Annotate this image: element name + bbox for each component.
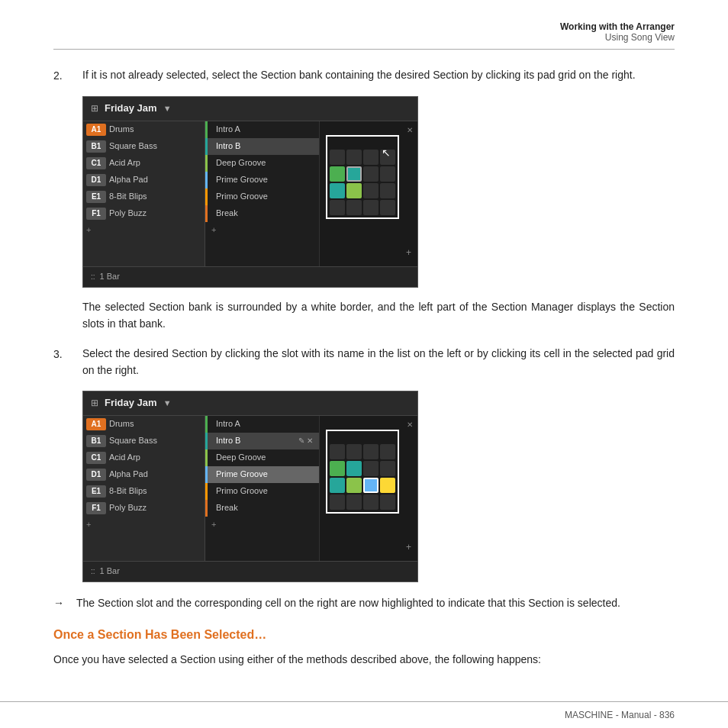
section-prime-groove-1[interactable]: Prime Groove	[205, 172, 319, 188]
pad-plus-1[interactable]: +	[406, 246, 411, 260]
pad2-4-2[interactable]	[346, 494, 362, 510]
track-row-f1-2: F1 Poly Buzz	[83, 500, 205, 517]
add-section-1[interactable]: +	[205, 222, 319, 239]
page-container: Working with the Arranger Using Song Vie…	[0, 0, 728, 728]
arrow-symbol: →	[53, 594, 69, 611]
pad-4-4[interactable]	[380, 200, 395, 215]
pad2-3-2[interactable]	[346, 478, 362, 493]
pad-2-3[interactable]	[363, 166, 378, 182]
track-label-b1-1: B1	[86, 140, 106, 153]
step-2-text: If it is not already selected, select th…	[82, 66, 675, 84]
pad2-1-3[interactable]	[363, 444, 378, 459]
pad2-3-3[interactable]	[363, 478, 378, 493]
track-row-d1-2: D1 Alpha Pad	[83, 466, 205, 483]
track-name-d1-1: Alpha Pad	[109, 173, 148, 187]
pad2-3-4[interactable]	[380, 478, 395, 493]
track-row-a1-2: A1 Drums	[83, 416, 205, 433]
track-name-c1-2: Acid Arp	[109, 451, 140, 465]
body-text: Once you have selected a Section using e…	[53, 651, 675, 668]
section-intro-b-1[interactable]: Intro B	[205, 138, 319, 155]
track-label-d1-1: D1	[86, 174, 106, 186]
pad-1-1[interactable]	[330, 150, 345, 165]
pad-2-4[interactable]	[380, 166, 395, 182]
bottom-text-2: 1 Bar	[100, 565, 120, 578]
screenshot-1: ⊞ Friday Jam ▼ A1 Drums B1 Square Ba	[82, 96, 418, 287]
cursor-1: ↖	[382, 144, 391, 161]
section-name-break-1: Break	[211, 207, 238, 221]
pad-2-2[interactable]	[346, 166, 362, 182]
pad2-2-2[interactable]	[346, 461, 362, 476]
section-prime-groove-2[interactable]: Prime Groove	[205, 466, 319, 483]
track-name-b1-1: Square Bass	[109, 140, 157, 153]
track-label-c1-2: C1	[86, 452, 106, 464]
section-name-prime-groove-2: Prime Groove	[211, 468, 268, 482]
section-deep-groove-1[interactable]: Deep Groove	[205, 155, 319, 172]
track-row-e1-1: E1 8-Bit Blips	[83, 188, 205, 205]
step-3-text: Select the desired Section by clicking t…	[82, 345, 675, 379]
bottom-grid-icon-1: ::	[91, 271, 95, 283]
pad-close-2[interactable]: ✕	[407, 419, 413, 431]
section-break-2[interactable]: Break	[205, 500, 319, 517]
pad-3-1[interactable]	[330, 183, 345, 198]
add-track-2[interactable]: +	[83, 517, 205, 533]
pad-4-2[interactable]	[346, 200, 362, 215]
add-track-1[interactable]: +	[83, 222, 205, 239]
caption-1: The selected Section bank is surrounded …	[82, 298, 675, 333]
pad2-1-2[interactable]	[346, 444, 362, 459]
track-label-b1-2: B1	[86, 435, 106, 447]
pad2-4-3[interactable]	[363, 494, 378, 510]
pad2-4-1[interactable]	[330, 494, 345, 510]
header-subtitle: Using Song View	[53, 32, 675, 43]
track-name-d1-2: Alpha Pad	[109, 468, 148, 482]
track-row-c1-2: C1 Acid Arp	[83, 449, 205, 466]
pad-1-3[interactable]	[363, 150, 378, 165]
track-name-f1-1: Poly Buzz	[109, 207, 147, 221]
section-color-bar-2e	[205, 483, 208, 500]
pad-2-1[interactable]	[330, 166, 345, 182]
track-name-f1-2: Poly Buzz	[109, 501, 147, 515]
section-primo-groove-2[interactable]: Primo Groove	[205, 483, 319, 500]
pad-3-3[interactable]	[363, 183, 378, 198]
track-name-b1-2: Square Bass	[109, 434, 157, 448]
section-primo-groove-1[interactable]: Primo Groove	[205, 188, 319, 205]
pad-1-2[interactable]	[346, 150, 362, 165]
section-deep-groove-2[interactable]: Deep Groove	[205, 449, 319, 466]
track-row-c1-1: C1 Acid Arp	[83, 155, 205, 172]
pad2-4-4[interactable]	[380, 494, 395, 510]
section-name-primo-groove-2: Primo Groove	[211, 485, 268, 498]
pad-3-2[interactable]	[346, 183, 362, 198]
track-row-d1-1: D1 Alpha Pad	[83, 172, 205, 188]
pad2-2-4[interactable]	[380, 461, 395, 476]
footer-text: MASCHINE - Manual - 836	[565, 710, 675, 720]
section-color-bar-1c	[205, 155, 208, 172]
section-intro-b-2[interactable]: Intro B ✎ ✕	[205, 433, 319, 449]
track-label-e1-2: E1	[86, 485, 106, 498]
pad-3-4[interactable]	[380, 183, 395, 198]
pad2-3-1[interactable]	[330, 478, 345, 493]
section-break-1[interactable]: Break	[205, 205, 319, 222]
ui-bottom-bar-1: :: 1 Bar	[83, 266, 417, 287]
pad2-2-3[interactable]	[363, 461, 378, 476]
pad-4-1[interactable]	[330, 200, 345, 215]
pad2-1-1[interactable]	[330, 444, 345, 459]
step-3-num: 3.	[53, 345, 72, 379]
arrow-note: → The Section slot and the corresponding…	[53, 594, 675, 611]
grid-icon-2: ⊞	[91, 396, 98, 411]
track-row-f1-1: F1 Poly Buzz	[83, 205, 205, 222]
bottom-text-1: 1 Bar	[100, 270, 120, 284]
section-intro-a-2[interactable]: Intro A	[205, 416, 319, 433]
track-row-b1-1: B1 Square Bass	[83, 138, 205, 155]
section-name-deep-groove-2: Deep Groove	[211, 451, 266, 465]
track-label-f1-1: F1	[86, 208, 106, 220]
pad-plus-2[interactable]: +	[406, 540, 411, 555]
section-intro-a-1[interactable]: Intro A	[205, 121, 319, 138]
pad2-2-1[interactable]	[330, 461, 345, 476]
pad-close-1[interactable]: ✕	[407, 124, 413, 137]
section-color-bar-2b	[205, 433, 208, 449]
section-name-prime-groove-1: Prime Groove	[211, 173, 268, 187]
header-title: Working with the Arranger	[53, 21, 675, 32]
add-section-2[interactable]: +	[205, 517, 319, 533]
pad2-1-4[interactable]	[380, 444, 395, 459]
pad-4-3[interactable]	[363, 200, 378, 215]
arrow-text: The Section slot and the corresponding c…	[76, 594, 675, 611]
